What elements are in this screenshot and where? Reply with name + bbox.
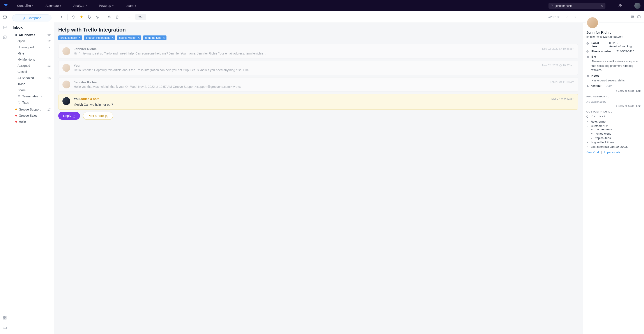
avatar xyxy=(62,80,70,88)
clear-search-icon[interactable]: ✕ xyxy=(601,4,603,7)
post-note-button[interactable]: Post a note [n] xyxy=(83,112,113,120)
chevron-down-icon: ▾ xyxy=(135,4,136,7)
sidebar-teammates[interactable]: Teammates › xyxy=(12,93,52,99)
nav-automate[interactable]: Automate▾ xyxy=(46,4,61,7)
back-button[interactable] xyxy=(58,13,65,21)
remove-tag-icon[interactable]: ✕ xyxy=(163,36,165,39)
current-user-avatar[interactable] xyxy=(634,3,640,9)
add-user-icon[interactable] xyxy=(618,3,622,8)
assignee-pill[interactable]: You xyxy=(135,14,146,20)
chat-icon[interactable] xyxy=(3,25,8,30)
remove-tag-icon[interactable]: ✕ xyxy=(138,36,140,39)
app-logo[interactable] xyxy=(4,3,8,8)
message[interactable]: Jennifer Richie Hi, I'm trying to set up… xyxy=(58,44,578,58)
sidebar-item[interactable]: Unassigned4 xyxy=(12,44,52,50)
sidebar-item[interactable]: Open17 xyxy=(12,38,52,44)
svg-line-1 xyxy=(553,6,553,7)
edit-professional[interactable]: Edit xyxy=(636,105,640,107)
delete-button[interactable] xyxy=(114,13,121,21)
sidebar-item[interactable]: Trash xyxy=(12,81,52,87)
panel-expand-icon[interactable] xyxy=(637,15,641,19)
svg-rect-22 xyxy=(638,15,640,18)
svg-point-19 xyxy=(631,16,632,17)
remove-tag-icon[interactable]: ✕ xyxy=(112,36,114,39)
next-conversation[interactable] xyxy=(571,13,579,21)
conversation-main: You #203136 Help with Trello Integration… xyxy=(54,11,583,334)
icon-rail: # xyxy=(0,11,10,334)
sidebar-all-inboxes[interactable]: All Inboxes 17 xyxy=(12,32,52,38)
doc-icon: 🗎 xyxy=(586,55,590,58)
ql-customer-item: mama-meals xyxy=(595,128,640,131)
chevron-down-icon: ▾ xyxy=(112,4,114,7)
field-phone: ✆ Phone number 714-555-0425 xyxy=(586,50,640,53)
contact-name: Jennifer Richie xyxy=(586,31,640,34)
message[interactable]: You Hello Jennifer, Hopefully this artic… xyxy=(58,61,578,75)
add-testlink[interactable]: Add xyxy=(606,84,612,87)
social-icon[interactable]: # xyxy=(3,35,8,40)
conversation-tag[interactable]: temp-no-type✕ xyxy=(143,35,166,40)
quicklinks-list: Role: owner Customer Of: mama-mealsrichi… xyxy=(586,120,640,148)
sidebar-item[interactable]: Closed xyxy=(12,69,52,75)
nav-powerup[interactable]: Powerup▾ xyxy=(99,4,114,7)
more-button[interactable] xyxy=(126,13,133,21)
conversation-tag[interactable]: source-widget✕ xyxy=(117,35,141,40)
globe-icon: ⊕ xyxy=(586,84,590,88)
clock-icon: ◷ xyxy=(586,41,590,45)
section-quick-links: QUICK LINKS xyxy=(586,115,640,118)
avatar xyxy=(62,47,70,55)
field-testlink: ⊕ testlink Add xyxy=(586,84,640,88)
panel-settings-icon[interactable] xyxy=(630,15,635,19)
prev-conversation[interactable] xyxy=(564,13,571,21)
show-all-fields[interactable]: + Show all fields xyxy=(616,89,634,92)
keyboard-icon[interactable] xyxy=(3,326,8,331)
ql-customer-item: richies-world xyxy=(595,132,640,135)
avatar xyxy=(62,97,70,105)
professional-empty: No visible fields xyxy=(586,100,640,103)
remove-tag-icon[interactable]: ✕ xyxy=(78,36,81,39)
sidebar-item[interactable]: Assigned13 xyxy=(12,63,52,69)
star-button[interactable] xyxy=(78,13,85,21)
nav-analyze[interactable]: Analyze▾ xyxy=(74,4,87,7)
snooze-button[interactable] xyxy=(94,13,101,21)
sidebar-item[interactable]: All Snoozed13 xyxy=(12,75,52,81)
sidebar-item[interactable]: Spam xyxy=(12,87,52,93)
svg-rect-10 xyxy=(3,327,6,329)
message[interactable]: Jennifer Richie Hello yes that was helpf… xyxy=(58,77,578,92)
link-sendgrid[interactable]: SendGrid xyxy=(586,151,599,154)
conversation-tag[interactable]: product-inbox✕ xyxy=(58,35,82,40)
sidebar-mailbox[interactable]: Groove Sales xyxy=(12,112,52,119)
field-notes: 🗎 Notes xyxy=(586,74,640,77)
ticket-id: #203136 xyxy=(548,15,560,19)
sidebar-mailbox[interactable]: Hello xyxy=(12,119,52,125)
svg-point-14 xyxy=(88,16,89,16)
sidebar-tags[interactable]: Tags › xyxy=(12,99,52,105)
refresh-button[interactable] xyxy=(70,13,77,21)
nav-centralize[interactable]: Centralize▾ xyxy=(17,4,33,7)
note-block[interactable]: You added a note @nick Can we help her o… xyxy=(58,94,578,110)
contact-email[interactable]: jenniferrichie523@gmail.com xyxy=(586,35,640,38)
compose-button[interactable]: Compose xyxy=(12,14,52,21)
contact-avatar[interactable] xyxy=(586,17,599,29)
global-search[interactable]: ✕ xyxy=(548,3,606,9)
link-impersonate[interactable]: Impersonate xyxy=(604,151,620,154)
edit-fields[interactable]: Edit xyxy=(636,89,640,92)
ql-customer-item: tropical-tees xyxy=(595,136,640,140)
tag-button[interactable] xyxy=(86,13,93,21)
apps-icon[interactable] xyxy=(3,316,8,321)
show-all-professional[interactable]: + Show all fields xyxy=(616,105,634,107)
conversation-tag[interactable]: product-integrations✕ xyxy=(84,35,115,40)
message-preview: Hi, I'm trying to set up Trello and I ne… xyxy=(74,52,540,55)
sidebar-item[interactable]: My Mentions xyxy=(12,56,52,63)
reply-button[interactable]: Reply [r] xyxy=(58,112,80,120)
sidebar-item[interactable]: Mine xyxy=(12,50,52,56)
sidebar-mailbox[interactable]: Groove Support17 xyxy=(12,106,52,112)
search-input[interactable] xyxy=(556,4,599,7)
svg-rect-6 xyxy=(3,316,4,317)
field-bio-value: She owns a small software company that h… xyxy=(586,59,640,72)
mail-icon[interactable] xyxy=(3,15,8,20)
note-body: Can we help her out? xyxy=(84,103,113,106)
svg-rect-7 xyxy=(5,316,6,317)
merge-button[interactable] xyxy=(106,13,113,21)
mention[interactable]: @nick xyxy=(74,103,83,106)
nav-learn[interactable]: Learn▾ xyxy=(126,4,136,7)
